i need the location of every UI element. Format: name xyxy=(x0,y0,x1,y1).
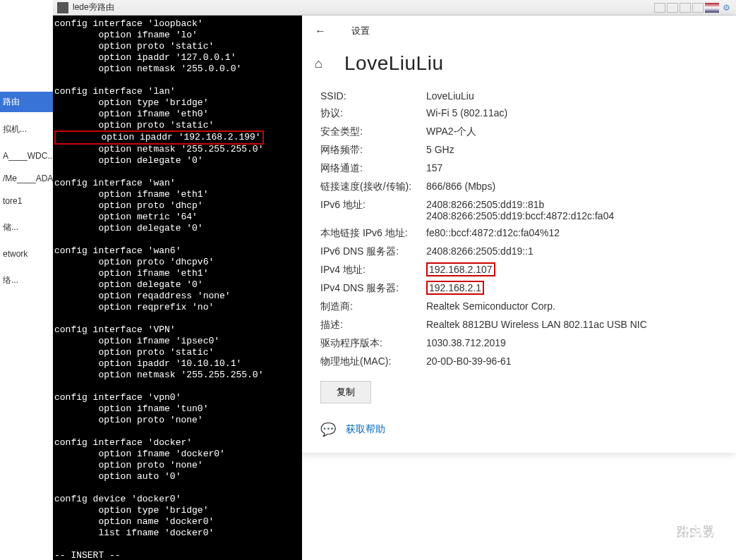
info-row: 描述:Realtek 8812BU Wireless LAN 802.11ac … xyxy=(320,316,718,334)
info-value: LoveLiuLiu xyxy=(426,90,718,102)
terminal-text-pre: config interface 'loopback' option ifnam… xyxy=(54,18,241,130)
sidebar-item-wdc[interactable]: A____WDC... xyxy=(0,147,53,165)
info-row: IPv6 DNS 服务器:2408:8266:2505:dd19::1 xyxy=(320,243,718,261)
highlighted-value: 192.168.2.1 xyxy=(426,281,484,295)
info-row: 链接速度(接收/传输):866/866 (Mbps) xyxy=(320,178,718,196)
wifi-settings-panel: ← 设置 ⌂ LoveLiuLiu SSID:LoveLiuLiu协议:Wi-F… xyxy=(302,16,736,453)
info-label: IPv4 地址: xyxy=(320,264,426,276)
info-row: 网络通道:157 xyxy=(320,159,718,178)
info-row: 物理地址(MAC):20-0D-B0-39-96-61 xyxy=(320,353,718,371)
info-row: 协议:Wi-Fi 5 (802.11ac) xyxy=(320,104,718,123)
highlighted-value: 192.168.2.107 xyxy=(426,262,495,276)
sidebar-item-net[interactable]: 络... xyxy=(0,270,53,291)
window-rest-icon[interactable] xyxy=(667,3,678,13)
info-value: Realtek Semiconductor Corp. xyxy=(426,300,718,313)
info-row: SSID:LoveLiuLiu xyxy=(320,87,718,104)
info-value: fe80::bccf:4872:d12c:fa04%12 xyxy=(426,227,718,240)
help-icon: 💬 xyxy=(320,422,336,437)
info-value: 5 GHz xyxy=(426,144,718,157)
info-label: 物理地址(MAC): xyxy=(320,355,426,368)
info-label: IPv6 地址: xyxy=(320,199,426,221)
window-close-icon[interactable] xyxy=(692,3,704,13)
info-label: 链接速度(接收/传输): xyxy=(320,181,426,193)
sidebar-item-vm[interactable]: 拟机... xyxy=(0,119,53,140)
window-titlebar: lede旁路由 ⚙ xyxy=(53,0,736,16)
info-value: 192.168.2.1 xyxy=(426,282,718,295)
sidebar-item-router[interactable]: 路由 xyxy=(0,92,53,112)
info-value: Wi-Fi 5 (802.11ac) xyxy=(426,107,718,120)
panel-title: LoveLiuLiu xyxy=(344,52,443,75)
info-label: 描述: xyxy=(320,319,426,331)
help-link[interactable]: 获取帮助 xyxy=(346,423,385,436)
sidebar-item-ada[interactable]: /Me____ADA xyxy=(0,169,53,188)
info-label: 制造商: xyxy=(320,300,426,313)
app-icon xyxy=(57,2,68,13)
info-value: 157 xyxy=(426,162,718,175)
info-label: IPv6 DNS 服务器: xyxy=(320,245,426,258)
info-row: 安全类型:WPA2-个人 xyxy=(320,123,718,141)
panel-header-title: 设置 xyxy=(351,25,370,37)
info-row: IPv6 地址:2408:8266:2505:dd19::81b 2408:82… xyxy=(320,196,718,224)
info-row: IPv4 地址:192.168.2.107 xyxy=(320,261,718,279)
info-label: IPv4 DNS 服务器: xyxy=(320,282,426,295)
window-title: lede旁路由 xyxy=(73,1,114,13)
toutiao-logo-icon: 头 xyxy=(572,521,596,544)
info-label: SSID: xyxy=(320,90,426,102)
info-row: 本地链接 IPv6 地址:fe80::bccf:4872:d12c:fa04%1… xyxy=(320,224,718,243)
info-row: IPv4 DNS 服务器:192.168.2.1 xyxy=(320,279,718,298)
sidebar-item-store[interactable]: tore1 xyxy=(0,192,53,210)
info-label: 驱动程序版本: xyxy=(320,337,426,350)
info-row: 驱动程序版本:1030.38.712.2019 xyxy=(320,334,718,353)
info-value: 192.168.2.107 xyxy=(426,264,718,276)
watermark-toutiao: 头 头条 @捕梦小达人 luyouqi.com xyxy=(572,521,720,544)
back-button[interactable]: ← xyxy=(315,25,329,37)
vm-sidebar: 路由 拟机... A____WDC... /Me____ADA tore1 储.… xyxy=(0,0,53,560)
sidebar-item-network[interactable]: etwork xyxy=(0,245,53,263)
terminal-config-editor[interactable]: config interface 'loopback' option ifnam… xyxy=(53,16,302,560)
info-value: Realtek 8812BU Wireless LAN 802.11ac USB… xyxy=(426,319,718,331)
info-label: 本地链接 IPv6 地址: xyxy=(320,227,426,240)
copy-button[interactable]: 复制 xyxy=(320,381,371,403)
wifi-info-list: SSID:LoveLiuLiu协议:Wi-Fi 5 (802.11ac)安全类型… xyxy=(302,87,736,371)
info-label: 协议: xyxy=(320,107,426,120)
info-label: 网络频带: xyxy=(320,144,426,157)
info-value: 2408:8266:2505:dd19::1 xyxy=(426,245,718,258)
flag-icon[interactable] xyxy=(705,3,719,13)
info-value: 1030.38.712.2019 xyxy=(426,337,718,350)
sidebar-item-storage[interactable]: 储... xyxy=(0,217,53,238)
gear-icon[interactable]: ⚙ xyxy=(720,2,732,13)
info-row: 制造商:Realtek Semiconductor Corp. xyxy=(320,298,718,316)
window-max-icon[interactable] xyxy=(680,3,691,13)
window-min-icon[interactable] xyxy=(654,3,665,13)
info-value: 20-0D-B0-39-96-61 xyxy=(426,355,718,368)
info-row: 网络频带:5 GHz xyxy=(320,141,718,159)
info-value: 2408:8266:2505:dd19::81b 2408:8266:2505:… xyxy=(426,199,718,221)
terminal-highlight-ipaddr: option ipaddr '192.168.2.199' xyxy=(54,130,264,145)
info-value: 866/866 (Mbps) xyxy=(426,181,718,193)
home-icon[interactable]: ⌂ xyxy=(315,56,334,71)
info-label: 网络通道: xyxy=(320,162,426,175)
terminal-text-post: option netmask '255.255.255.0' option de… xyxy=(54,144,263,560)
info-value: WPA2-个人 xyxy=(426,126,718,138)
info-label: 安全类型: xyxy=(320,126,426,138)
